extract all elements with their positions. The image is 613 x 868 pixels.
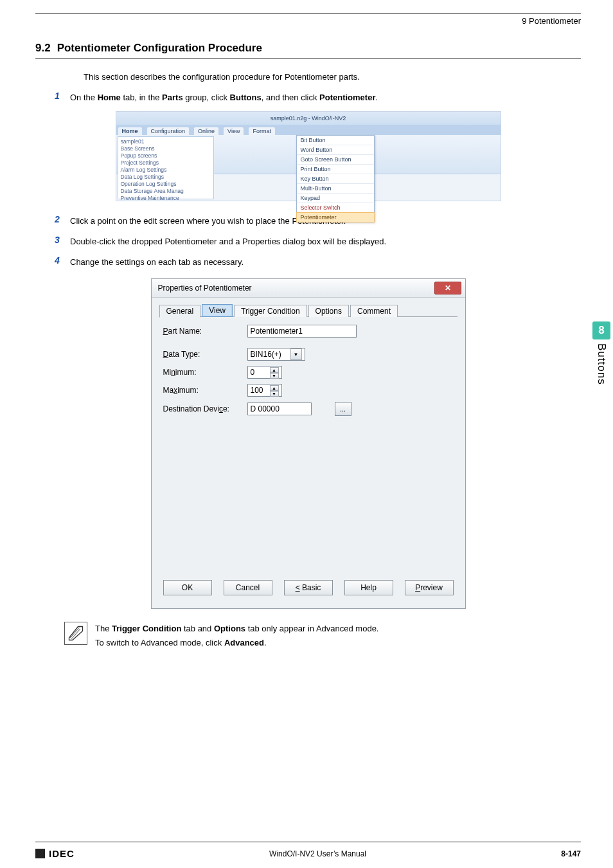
note-icon (64, 622, 87, 645)
section-heading: 9.2Potentiometer Configuration Procedure (35, 42, 581, 55)
menu-item[interactable]: Key Button (297, 174, 374, 184)
menu-item[interactable]: Goto Screen Button (297, 155, 374, 165)
tab-general[interactable]: General (159, 305, 201, 318)
window-title: sample01.n2g - WindO/I-NV2 (116, 112, 501, 125)
step-3: 3 Double-click the dropped Potentiometer… (55, 235, 581, 249)
step-number: 3 (55, 235, 70, 245)
step-number: 2 (55, 214, 70, 224)
basic-button[interactable]: < Basic (284, 580, 333, 595)
dialog-title: Properties of Potentiometer (158, 284, 252, 293)
close-button[interactable]: ✕ (434, 282, 461, 294)
chapter-number-badge: 8 (592, 321, 610, 339)
step-number: 4 (55, 255, 70, 266)
buttons-menu[interactable]: Bit Button Word Button Goto Screen Butto… (296, 135, 375, 222)
side-chapter-tab: 8 Buttons (590, 321, 613, 385)
menu-item-selector-switch[interactable]: Selector Switch (297, 203, 374, 213)
dialog-button-row: OK Cancel < Basic Help Preview (159, 574, 458, 601)
ribbon-screenshot: sample01.n2g - WindO/I-NV2 Home Configur… (116, 111, 501, 201)
menu-item[interactable]: Keypad (297, 194, 374, 203)
menu-item[interactable]: Multi-Button (297, 184, 374, 194)
dropdown-icon[interactable]: ▼ (290, 348, 302, 360)
data-type-value: BIN16(+) (251, 350, 281, 359)
spin-down-icon[interactable]: ▼ (270, 391, 279, 397)
step-number: 1 (55, 91, 70, 101)
part-name-label: Part Name: (163, 327, 244, 336)
minimum-spinner[interactable]: 0 ▲▼ (247, 366, 282, 379)
footer-page: 8-147 (561, 849, 581, 858)
svg-line-1 (70, 628, 79, 638)
project-tree[interactable]: sample01 Base Screens Popup screens Proj… (118, 136, 214, 199)
maximum-spinner[interactable]: 100 ▲▼ (247, 384, 282, 397)
browse-device-button[interactable]: ... (335, 402, 351, 416)
ribbon-tabs: Home Configuration Online View Format (116, 125, 501, 135)
step-4: 4 Change the settings on each tab as nec… (55, 255, 581, 269)
minimum-value: 0 (251, 368, 255, 377)
ribbon-tab[interactable]: Configuration (147, 127, 190, 135)
footer-title: WindO/I-NV2 User’s Manual (269, 849, 366, 858)
properties-dialog: Properties of Potentiometer ✕ General Vi… (151, 278, 466, 609)
menu-item[interactable]: Print Button (297, 165, 374, 174)
tab-trigger-condition[interactable]: Trigger Condition (234, 305, 307, 317)
help-button[interactable]: Help (344, 580, 393, 595)
step-text: Change the settings on each tab as neces… (70, 255, 581, 269)
note-text: The Trigger Condition tab and Options ta… (95, 622, 379, 650)
ok-button[interactable]: OK (163, 580, 212, 595)
cancel-button[interactable]: Cancel (224, 580, 272, 595)
maximum-label: Maximum: (163, 386, 244, 395)
footer-logo: IDEC (35, 848, 75, 859)
minimum-label: Minimum: (163, 368, 244, 377)
spin-up-icon[interactable]: ▲ (270, 367, 279, 373)
spin-down-icon[interactable]: ▼ (270, 373, 279, 379)
tab-comment[interactable]: Comment (350, 305, 398, 317)
intro-text: This section describes the configuration… (84, 72, 581, 82)
section-number: 9.2 (35, 42, 51, 54)
data-type-label: Data Type: (163, 350, 244, 359)
note-block: The Trigger Condition tab and Options ta… (64, 622, 581, 650)
step-text: On the Home tab, in the Parts group, cli… (70, 91, 581, 105)
ribbon-tab[interactable]: Online (194, 127, 218, 135)
data-type-combo[interactable]: BIN16(+) ▼ (247, 348, 305, 361)
tab-view[interactable]: View (202, 304, 233, 317)
tab-options[interactable]: Options (308, 305, 349, 317)
preview-button[interactable]: Preview (405, 580, 454, 595)
dialog-tabs: General View Trigger Condition Options C… (159, 304, 458, 317)
menu-item-potentiometer[interactable]: Potentiometer (296, 212, 375, 222)
section-title: Potentiometer Configuration Procedure (57, 42, 262, 54)
page-topic: 9 Potentiometer (35, 16, 581, 26)
ribbon-tab[interactable]: Format (249, 127, 275, 135)
menu-item[interactable]: Bit Button (297, 136, 374, 145)
ribbon-tab-home[interactable]: Home (118, 127, 142, 135)
part-name-input[interactable]: Potentiometer1 (247, 325, 357, 338)
maximum-value: 100 (251, 386, 263, 395)
menu-item[interactable]: Word Button (297, 145, 374, 155)
ribbon-tab[interactable]: View (224, 127, 244, 135)
destination-device-label: Destination Device: (163, 404, 244, 413)
step-1: 1 On the Home tab, in the Parts group, c… (55, 91, 581, 105)
destination-device-input[interactable]: D 00000 (247, 402, 312, 415)
step-text: Double-click the dropped Potentiometer a… (70, 235, 581, 249)
spin-up-icon[interactable]: ▲ (270, 385, 279, 391)
tab-panel-general: Part Name: Potentiometer1 Data Type: BIN… (159, 316, 458, 574)
chapter-label: Buttons (595, 343, 608, 385)
